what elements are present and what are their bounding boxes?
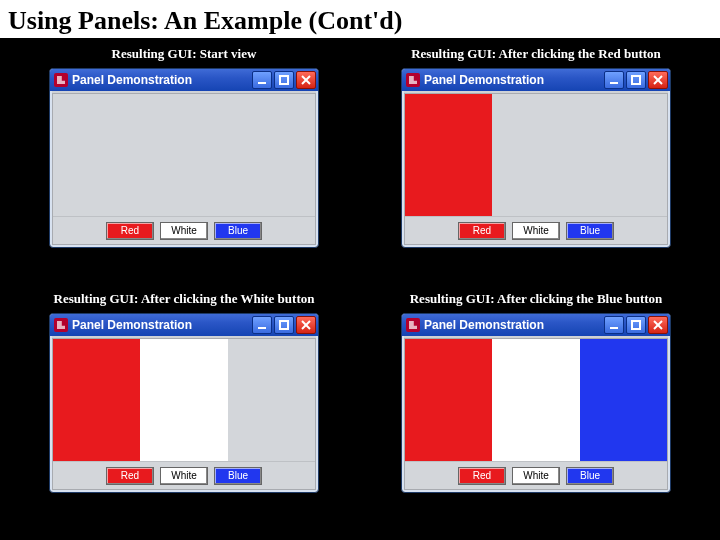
titlebar: Panel Demonstration bbox=[50, 69, 318, 91]
window-red: Panel Demonstration Red White Blue bbox=[401, 68, 671, 248]
red-button[interactable]: Red bbox=[458, 222, 506, 240]
mid-panel bbox=[492, 94, 579, 216]
window-title: Panel Demonstration bbox=[424, 73, 600, 87]
caption-red: Resulting GUI: After clicking the Red bu… bbox=[411, 46, 661, 62]
caption-start: Resulting GUI: Start view bbox=[112, 46, 257, 62]
svg-rect-13 bbox=[632, 321, 640, 329]
red-button[interactable]: Red bbox=[106, 467, 154, 485]
mid-panel bbox=[492, 339, 579, 461]
example-start: Resulting GUI: Start view Panel Demonstr… bbox=[12, 44, 356, 279]
maximize-button[interactable] bbox=[626, 316, 646, 334]
color-panels bbox=[53, 94, 315, 216]
color-panels bbox=[405, 339, 667, 461]
white-button[interactable]: White bbox=[160, 467, 208, 485]
button-bar: Red White Blue bbox=[405, 216, 667, 244]
window-buttons bbox=[252, 71, 316, 89]
left-panel bbox=[53, 94, 140, 216]
titlebar: Panel Demonstration bbox=[50, 314, 318, 336]
client-area: Red White Blue bbox=[404, 338, 668, 490]
java-cup-icon bbox=[54, 73, 68, 87]
example-blue: Resulting GUI: After clicking the Blue b… bbox=[364, 289, 708, 524]
minimize-button[interactable] bbox=[604, 71, 624, 89]
java-cup-icon bbox=[54, 318, 68, 332]
titlebar: Panel Demonstration bbox=[402, 69, 670, 91]
svg-rect-1 bbox=[280, 76, 288, 84]
client-area: Red White Blue bbox=[52, 93, 316, 245]
button-bar: Red White Blue bbox=[53, 461, 315, 489]
window-blue: Panel Demonstration Red White Blue bbox=[401, 313, 671, 493]
maximize-button[interactable] bbox=[274, 71, 294, 89]
svg-rect-9 bbox=[280, 321, 288, 329]
window-white: Panel Demonstration Red White Blue bbox=[49, 313, 319, 493]
example-white: Resulting GUI: After clicking the White … bbox=[12, 289, 356, 524]
window-buttons bbox=[604, 316, 668, 334]
close-button[interactable] bbox=[296, 316, 316, 334]
java-cup-icon bbox=[406, 73, 420, 87]
white-button[interactable]: White bbox=[512, 467, 560, 485]
client-area: Red White Blue bbox=[52, 338, 316, 490]
caption-white: Resulting GUI: After clicking the White … bbox=[54, 291, 315, 307]
blue-button[interactable]: Blue bbox=[566, 222, 614, 240]
mid-panel bbox=[140, 339, 227, 461]
left-panel bbox=[405, 339, 492, 461]
close-button[interactable] bbox=[296, 71, 316, 89]
slide-title: Using Panels: An Example (Cont'd) bbox=[0, 0, 720, 40]
minimize-button[interactable] bbox=[252, 71, 272, 89]
red-button[interactable]: Red bbox=[458, 467, 506, 485]
red-button[interactable]: Red bbox=[106, 222, 154, 240]
button-bar: Red White Blue bbox=[405, 461, 667, 489]
window-title: Panel Demonstration bbox=[424, 318, 600, 332]
svg-rect-5 bbox=[632, 76, 640, 84]
color-panels bbox=[53, 339, 315, 461]
caption-blue: Resulting GUI: After clicking the Blue b… bbox=[410, 291, 663, 307]
window-title: Panel Demonstration bbox=[72, 73, 248, 87]
white-button[interactable]: White bbox=[512, 222, 560, 240]
mid-panel bbox=[140, 94, 227, 216]
blue-button[interactable]: Blue bbox=[214, 467, 262, 485]
minimize-button[interactable] bbox=[252, 316, 272, 334]
example-red: Resulting GUI: After clicking the Red bu… bbox=[364, 44, 708, 279]
java-cup-icon bbox=[406, 318, 420, 332]
white-button[interactable]: White bbox=[160, 222, 208, 240]
close-button[interactable] bbox=[648, 71, 668, 89]
blue-button[interactable]: Blue bbox=[566, 467, 614, 485]
button-bar: Red White Blue bbox=[53, 216, 315, 244]
right-panel bbox=[228, 339, 315, 461]
left-panel bbox=[53, 339, 140, 461]
maximize-button[interactable] bbox=[626, 71, 646, 89]
maximize-button[interactable] bbox=[274, 316, 294, 334]
left-panel bbox=[405, 94, 492, 216]
blue-button[interactable]: Blue bbox=[214, 222, 262, 240]
titlebar: Panel Demonstration bbox=[402, 314, 670, 336]
color-panels bbox=[405, 94, 667, 216]
window-buttons bbox=[604, 71, 668, 89]
right-panel bbox=[580, 339, 667, 461]
window-buttons bbox=[252, 316, 316, 334]
minimize-button[interactable] bbox=[604, 316, 624, 334]
client-area: Red White Blue bbox=[404, 93, 668, 245]
window-start: Panel Demonstration Red White Blue bbox=[49, 68, 319, 248]
example-grid: Resulting GUI: Start view Panel Demonstr… bbox=[0, 40, 720, 532]
right-panel bbox=[580, 94, 667, 216]
close-button[interactable] bbox=[648, 316, 668, 334]
right-panel bbox=[228, 94, 315, 216]
window-title: Panel Demonstration bbox=[72, 318, 248, 332]
